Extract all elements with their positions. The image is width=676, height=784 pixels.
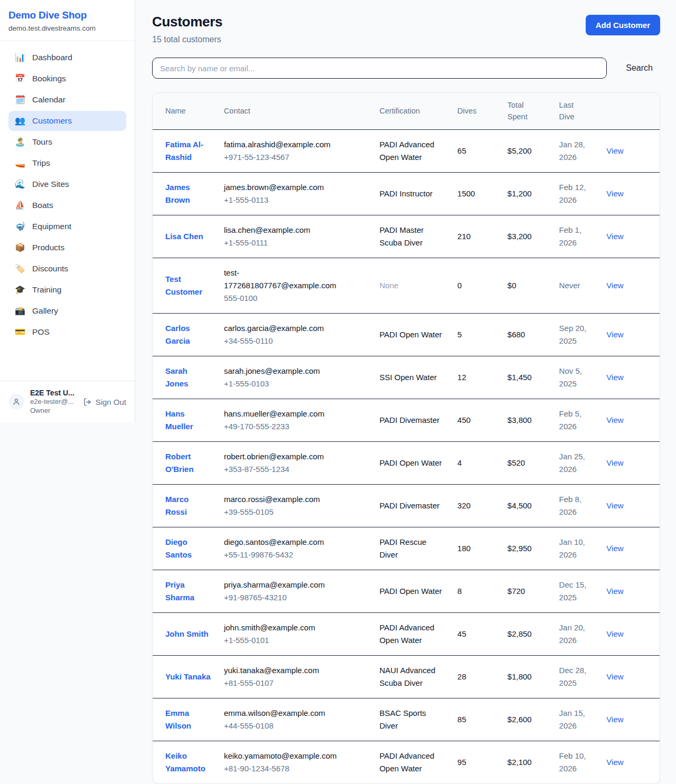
sidebar-item-equipment[interactable]: 🤿Equipment	[8, 216, 126, 237]
customer-dives: 5	[457, 330, 462, 339]
customer-certification: None	[379, 279, 443, 292]
view-link[interactable]: View	[606, 629, 623, 638]
customer-name-link[interactable]: Yuki Tanaka	[165, 670, 211, 683]
customer-name-link[interactable]: Emma Wilson	[165, 707, 212, 732]
customer-phone: +39-555-0105	[224, 506, 369, 518]
customer-name-link[interactable]: James Brown	[165, 181, 212, 206]
add-customer-button[interactable]: Add Customer	[586, 15, 660, 35]
customer-name-link[interactable]: Robert O'Brien	[165, 450, 212, 475]
trips-icon: 🚤	[15, 159, 25, 167]
customer-total-spent: $0	[508, 281, 517, 290]
sidebar-item-discounts[interactable]: 🏷️Discounts	[8, 259, 126, 279]
training-icon: 🎓	[15, 286, 25, 294]
table-header: Name Contact Certification Dives Total S…	[153, 93, 660, 129]
customer-total-spent: $4,500	[508, 501, 532, 510]
view-link[interactable]: View	[606, 672, 623, 681]
customer-total-spent: $2,950	[508, 544, 532, 553]
customer-email: marco.rossi@example.com	[224, 493, 343, 506]
customer-name-link[interactable]: Sarah Jones	[165, 365, 212, 390]
customer-phone: +81-90-1234-5678	[224, 762, 369, 775]
search-button[interactable]: Search	[618, 59, 660, 77]
customer-last-dive: Feb 1, 2026	[559, 224, 590, 249]
view-link[interactable]: View	[606, 146, 623, 155]
view-link[interactable]: View	[606, 232, 623, 241]
main-content: Customers 15 total customers Add Custome…	[135, 0, 676, 784]
sidebar-item-customers[interactable]: 👥Customers	[8, 111, 126, 131]
sidebar-item-trips[interactable]: 🚤Trips	[8, 153, 126, 173]
customer-phone: +91-98765-43210	[224, 591, 369, 604]
customer-phone: +971-55-123-4567	[224, 151, 369, 164]
customer-last-dive: Never	[559, 279, 590, 292]
customer-email: sarah.jones@example.com	[224, 365, 343, 377]
customer-last-dive: Dec 28, 2025	[559, 664, 590, 689]
customer-name-link[interactable]: Diego Santos	[165, 536, 212, 561]
view-link[interactable]: View	[606, 501, 623, 510]
customer-count: 15 total customers	[152, 35, 222, 44]
sidebar-item-calendar[interactable]: 🗓️Calendar	[8, 90, 126, 110]
sidebar-item-dashboard[interactable]: 📊Dashboard	[8, 48, 126, 68]
customer-email: hans.mueller@example.com	[224, 408, 343, 420]
products-icon: 📦	[15, 243, 25, 252]
table-row: Lisa Chen lisa.chen@example.com +1-555-0…	[153, 215, 660, 258]
customer-name-link[interactable]: Test Customer	[165, 273, 212, 298]
bookings-icon: 📅	[15, 74, 25, 83]
customer-email: emma.wilson@example.com	[224, 707, 343, 720]
sidebar-item-boats[interactable]: ⛵Boats	[8, 195, 126, 215]
customer-name-link[interactable]: Lisa Chen	[165, 230, 203, 242]
view-link[interactable]: View	[606, 415, 623, 424]
sidebar-nav: 📊Dashboard📅Bookings🗓️Calendar👥Customers🏝…	[0, 41, 135, 381]
search-input[interactable]	[152, 58, 607, 79]
table-row: Sarah Jones sarah.jones@example.com +1-5…	[153, 356, 660, 399]
view-link[interactable]: View	[606, 281, 623, 290]
customer-last-dive: Feb 5, 2026	[559, 408, 590, 433]
title-block: Customers 15 total customers	[152, 14, 222, 44]
customer-dives: 450	[457, 415, 471, 424]
customer-dives: 85	[457, 715, 466, 724]
customer-email: james.brown@example.com	[224, 181, 343, 194]
customer-certification: PADI Divemaster	[379, 499, 443, 512]
sidebar-item-dive-sites[interactable]: 🌊Dive Sites	[8, 174, 126, 194]
sidebar-item-gallery[interactable]: 📸Gallery	[8, 301, 126, 321]
view-link[interactable]: View	[606, 715, 623, 724]
table-row: Diego Santos diego.santos@example.com +5…	[153, 527, 660, 570]
customer-total-spent: $2,100	[508, 758, 532, 767]
view-link[interactable]: View	[606, 330, 623, 339]
customer-name-link[interactable]: Priya Sharma	[165, 579, 212, 603]
sidebar-item-label: Dive Sites	[32, 180, 69, 189]
customer-last-dive: Sep 20, 2025	[559, 322, 590, 347]
customer-phone: +44-555-0108	[224, 720, 369, 732]
view-link[interactable]: View	[606, 758, 623, 767]
sidebar-item-products[interactable]: 📦Products	[8, 238, 126, 258]
discounts-icon: 🏷️	[15, 265, 25, 273]
sidebar-item-label: Dashboard	[32, 53, 72, 62]
sign-out-button[interactable]: Sign Out	[83, 398, 126, 407]
user-section: E2E Test U... e2e-tester@... Owner Sign …	[0, 381, 135, 422]
customer-name-link[interactable]: Hans Mueller	[165, 408, 212, 432]
customer-dives: 210	[457, 232, 471, 241]
customer-name-link[interactable]: John Smith	[165, 628, 209, 640]
view-link[interactable]: View	[606, 587, 623, 596]
customer-name-link[interactable]: Marco Rossi	[165, 493, 212, 518]
view-link[interactable]: View	[606, 544, 623, 553]
customer-email: test-1772681807767@example.com	[224, 267, 343, 292]
customers-table-body: Fatima Al-Rashid fatima.alrashid@example…	[153, 129, 660, 783]
view-link[interactable]: View	[606, 373, 623, 382]
sidebar-item-training[interactable]: 🎓Training	[8, 280, 126, 300]
customer-name-link[interactable]: Carlos Garcia	[165, 322, 212, 347]
customer-name-link[interactable]: Keiko Yamamoto	[165, 750, 212, 774]
sidebar-item-tours[interactable]: 🏝️Tours	[8, 132, 126, 152]
column-header-contact: Contact	[219, 93, 374, 129]
view-link[interactable]: View	[606, 458, 623, 467]
customer-name-link[interactable]: Fatima Al-Rashid	[165, 138, 212, 163]
customer-dives: 180	[457, 544, 471, 553]
sidebar-item-pos[interactable]: 💳POS	[8, 322, 126, 342]
customer-email: robert.obrien@example.com	[224, 450, 343, 463]
view-link[interactable]: View	[606, 189, 623, 198]
sidebar-item-bookings[interactable]: 📅Bookings	[8, 69, 126, 89]
customer-last-dive: Feb 12, 2026	[559, 181, 590, 206]
customer-phone: +55-11-99876-5432	[224, 549, 369, 561]
customer-certification: PADI Open Water	[379, 328, 443, 341]
customer-dives: 65	[457, 146, 466, 155]
customer-certification: BSAC Sports Diver	[379, 707, 443, 732]
customer-phone: +353-87-555-1234	[224, 463, 369, 476]
